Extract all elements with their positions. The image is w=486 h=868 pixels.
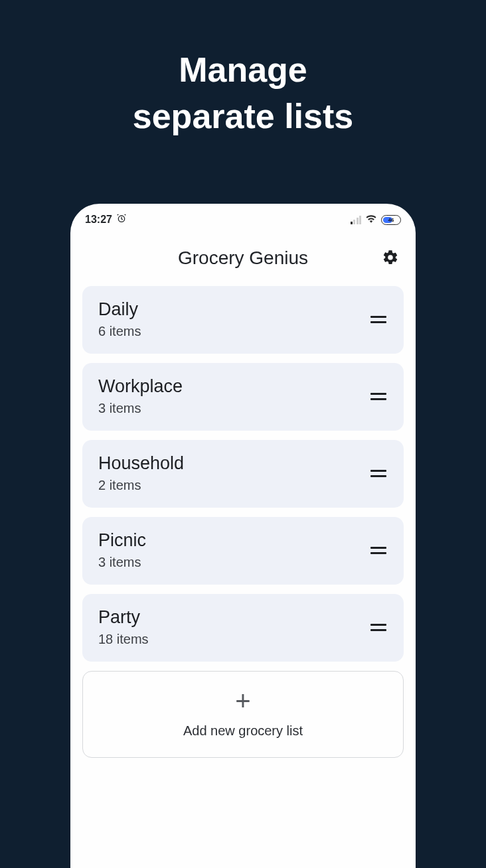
status-right: 46 xyxy=(351,214,402,226)
promo-headline: Manage separate lists xyxy=(0,0,486,139)
list-name: Household xyxy=(98,453,184,474)
headline-line-2: separate lists xyxy=(133,97,353,135)
headline-line-1: Manage xyxy=(179,50,307,89)
list-name: Workplace xyxy=(98,376,183,397)
list-count: 3 items xyxy=(98,555,146,570)
wifi-icon xyxy=(365,214,377,226)
battery-icon: 46 xyxy=(381,215,401,225)
list-name: Picnic xyxy=(98,530,146,551)
alarm-icon xyxy=(116,213,127,226)
gear-icon xyxy=(382,249,399,266)
list-card[interactable]: Picnic 3 items xyxy=(82,517,404,585)
grocery-lists: Daily 6 items Workplace 3 items Househol… xyxy=(70,286,416,758)
list-count: 6 items xyxy=(98,324,141,339)
settings-button[interactable] xyxy=(380,247,401,268)
signal-icon xyxy=(351,215,362,224)
status-left: 13:27 xyxy=(85,213,127,226)
status-time: 13:27 xyxy=(85,214,112,226)
phone-frame: 13:27 46 xyxy=(70,204,416,868)
list-name: Daily xyxy=(98,299,141,320)
battery-level: 46 xyxy=(388,217,394,223)
list-count: 18 items xyxy=(98,632,149,647)
drag-handle-icon[interactable] xyxy=(369,316,388,323)
drag-handle-icon[interactable] xyxy=(369,547,388,554)
drag-handle-icon[interactable] xyxy=(369,470,388,477)
plus-icon: + xyxy=(235,687,250,714)
list-card[interactable]: Daily 6 items xyxy=(82,286,404,354)
list-card[interactable]: Household 2 items xyxy=(82,440,404,508)
app-title: Grocery Genius xyxy=(178,248,308,269)
list-name: Party xyxy=(98,607,149,628)
list-card[interactable]: Party 18 items xyxy=(82,594,404,662)
add-list-button[interactable]: + Add new grocery list xyxy=(82,671,404,758)
list-count: 3 items xyxy=(98,401,183,416)
status-bar: 13:27 46 xyxy=(70,204,416,229)
app-header: Grocery Genius xyxy=(70,229,416,286)
list-card[interactable]: Workplace 3 items xyxy=(82,363,404,431)
drag-handle-icon[interactable] xyxy=(369,393,388,400)
add-list-label: Add new grocery list xyxy=(183,723,303,739)
drag-handle-icon[interactable] xyxy=(369,624,388,631)
list-count: 2 items xyxy=(98,478,184,493)
